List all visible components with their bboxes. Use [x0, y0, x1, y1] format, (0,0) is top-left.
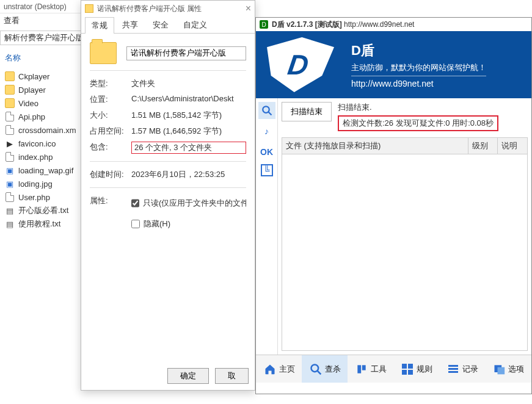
- properties-tabs: 常规 共享 安全 自定义: [81, 16, 255, 34]
- svg-point-0: [263, 106, 269, 113]
- menu-view[interactable]: 查看: [4, 15, 20, 26]
- nav-scan-label: 查杀: [325, 364, 341, 375]
- separator: [90, 161, 246, 162]
- svg-rect-7: [498, 367, 505, 374]
- file-item-label: Ckplayer: [18, 72, 49, 81]
- play-icon: ▶: [5, 139, 15, 148]
- svg-line-1: [268, 112, 271, 115]
- nav-tools[interactable]: 工具: [348, 355, 393, 383]
- side-square-icon[interactable]: ╚: [261, 164, 273, 176]
- nav-options-label: 选项: [508, 364, 524, 375]
- value-contains: 26 个文件, 3 个文件夹: [131, 142, 246, 154]
- properties-footer: 确定 取: [167, 368, 249, 384]
- properties-body: 类型:文件夹 位置:C:\Users\Administrator\Deskt 大…: [81, 34, 255, 243]
- scan-result-box: 检测文件数:26 发现可疑文件:0 用时:0.08秒: [338, 115, 498, 131]
- file-icon: [5, 192, 15, 202]
- d99-bottom-nav: 主页 查杀 工具 规则 记录 选项: [256, 355, 531, 383]
- folder-name-input[interactable]: [126, 46, 246, 60]
- file-item-label: loading_wap.gif: [18, 166, 73, 175]
- nav-home[interactable]: 主页: [256, 355, 302, 383]
- text-icon: ▤: [5, 206, 15, 215]
- log-icon: [446, 363, 460, 376]
- label-contains: 包含:: [90, 142, 128, 154]
- tab-security[interactable]: 安全: [146, 16, 175, 33]
- checkbox-hidden-label: 隐藏(H): [144, 218, 170, 229]
- cancel-button[interactable]: 取: [215, 368, 249, 384]
- file-icon: [5, 112, 15, 121]
- col-desc[interactable]: 说明: [498, 138, 527, 154]
- search-icon: [309, 363, 322, 376]
- d99-banner-url: http://www.d99net.net: [351, 76, 486, 88]
- d99-banner-subtitle: 主动防御，默默为你的网站保驾护航！: [351, 62, 486, 73]
- tab-general[interactable]: 常规: [85, 17, 114, 34]
- col-file[interactable]: 文件 (支持拖放目录和扫描): [282, 138, 468, 154]
- home-icon: [263, 363, 277, 376]
- d99-logo-icon: D: [260, 20, 268, 29]
- file-item-label: 使用教程.txt: [18, 218, 60, 229]
- value-size: 1.51 MB (1,585,142 字节): [131, 110, 246, 121]
- col-level[interactable]: 级别: [468, 138, 498, 154]
- nav-options[interactable]: 选项: [486, 355, 531, 383]
- ok-button[interactable]: 确定: [167, 368, 209, 384]
- svg-rect-5: [362, 365, 366, 370]
- d99-content: 扫描结束 扫描结束. 检测文件数:26 发现可疑文件:0 用时:0.08秒 文件…: [278, 98, 531, 355]
- side-ok-icon[interactable]: OK: [258, 143, 275, 161]
- image-icon: ▣: [5, 165, 15, 175]
- value-location: C:\Users\Administrator\Deskt: [131, 94, 246, 105]
- label-attributes: 属性:: [90, 195, 128, 211]
- file-item-label: Dplayer: [18, 85, 46, 95]
- value-type: 文件夹: [131, 78, 246, 89]
- nav-rules-label: 规则: [417, 364, 432, 375]
- breadcrumb-text: 解析付费客户端开心版: [4, 32, 84, 43]
- d99-banner-logo: D: [264, 37, 344, 92]
- result-grid-body[interactable]: [282, 154, 528, 351]
- file-item-label: favicon.ico: [18, 139, 56, 148]
- nav-rules[interactable]: 规则: [394, 355, 440, 383]
- tab-custom[interactable]: 自定义: [177, 16, 214, 33]
- close-icon[interactable]: ×: [246, 3, 251, 14]
- separator: [90, 70, 246, 71]
- rules-icon: [401, 363, 414, 376]
- side-search-icon[interactable]: [258, 102, 275, 119]
- folder-large-icon: [90, 42, 117, 64]
- scan-end-button[interactable]: 扫描结束: [282, 102, 332, 121]
- d99-main-area: ♪ OK ╚ 扫描结束 扫描结束. 检测文件数:26 发现可疑文件:0 用时:0…: [256, 98, 531, 355]
- nav-tools-label: 工具: [371, 364, 387, 375]
- checkbox-readonly[interactable]: 只读(仅应用于文件夹中的文件: [131, 195, 246, 211]
- file-item-label: crossdomain.xm: [18, 126, 76, 135]
- file-item-label: loding.jpg: [18, 179, 53, 189]
- checkbox-hidden[interactable]: 隐藏(H): [131, 216, 170, 232]
- shield-icon: D: [261, 37, 336, 92]
- d99-sidebar: ♪ OK ╚: [256, 98, 278, 355]
- nav-log[interactable]: 记录: [440, 355, 486, 383]
- folder-icon: [5, 85, 15, 95]
- d99-window: D D盾 v2.1.7.3 [测试版] http://www.d99net.ne…: [255, 17, 532, 394]
- checkbox-readonly-label: 只读(仅应用于文件夹中的文件: [143, 198, 246, 209]
- file-item-label: Video: [18, 99, 38, 108]
- value-size-on-disk: 1.57 MB (1,646,592 字节): [131, 126, 246, 137]
- text-icon: ▤: [5, 219, 15, 229]
- separator: [90, 187, 246, 188]
- label-created: 创建时间:: [90, 169, 128, 180]
- label-location: 位置:: [90, 94, 128, 105]
- explorer-title-text: unstrator (Desktop): [4, 2, 67, 11]
- nav-home-label: 主页: [279, 364, 295, 375]
- result-grid-header: 文件 (支持拖放目录和扫描) 级别 说明: [282, 137, 528, 154]
- file-item-label: 开心版必看.txt: [18, 205, 68, 216]
- tab-sharing[interactable]: 共享: [115, 16, 145, 33]
- svg-line-3: [317, 370, 321, 374]
- properties-titlebar: 诺讯解析付费客户端开心版 属性 ×: [81, 1, 255, 16]
- folder-icon: [85, 4, 93, 13]
- d99-banner-title: D盾: [351, 41, 486, 60]
- value-created: 2023年6月10日，22:53:25: [131, 169, 246, 180]
- svg-point-2: [311, 364, 318, 372]
- nav-scan[interactable]: 查杀: [302, 355, 348, 383]
- image-icon: ▣: [5, 179, 15, 189]
- label-type: 类型:: [90, 78, 128, 89]
- d99-title-text: D盾 v2.1.7.3 [测试版] http://www.d99net.net: [272, 20, 414, 30]
- side-sound-icon[interactable]: ♪: [258, 123, 275, 140]
- d99-titlebar: D D盾 v2.1.7.3 [测试版] http://www.d99net.ne…: [256, 18, 531, 31]
- folder-icon: [5, 71, 15, 81]
- options-icon: [492, 363, 506, 376]
- file-item-label: index.php: [18, 153, 53, 162]
